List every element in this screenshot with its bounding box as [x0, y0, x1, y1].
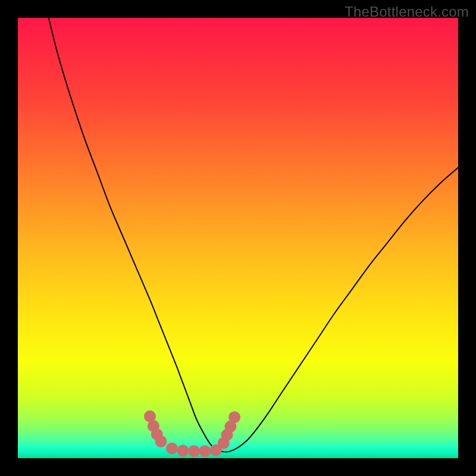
trough-marker: [199, 445, 211, 457]
chart-container: [18, 18, 458, 458]
trough-marker: [228, 411, 240, 423]
gradient-background: [18, 18, 458, 458]
trough-marker: [155, 436, 167, 447]
watermark-text: TheBottleneck.com: [345, 4, 469, 20]
trough-marker: [166, 443, 178, 455]
trough-marker: [188, 445, 200, 457]
bottleneck-chart: [18, 18, 458, 458]
trough-marker: [177, 444, 189, 456]
